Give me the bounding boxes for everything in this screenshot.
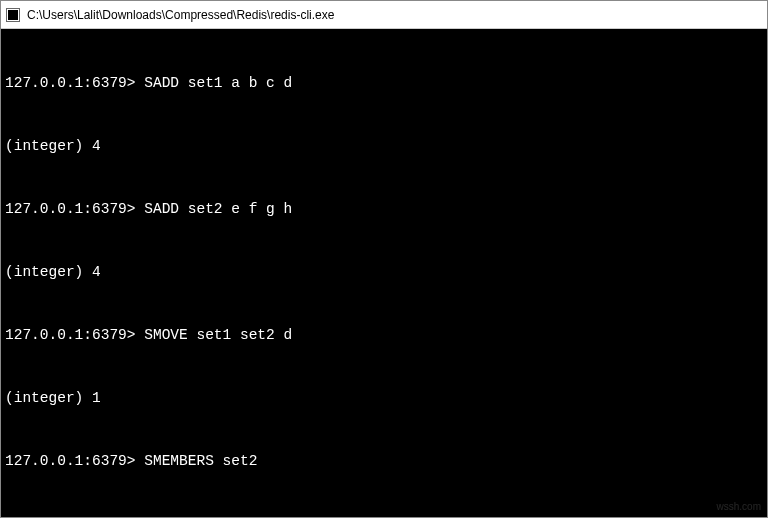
terminal-line: 127.0.0.1:6379> SADD set1 a b c d — [5, 73, 763, 94]
terminal-line: 127.0.0.1:6379> SMEMBERS set2 — [5, 451, 763, 472]
terminal-line: 127.0.0.1:6379> SMOVE set1 set2 d — [5, 325, 763, 346]
app-icon — [5, 7, 21, 23]
terminal-line: (integer) 1 — [5, 388, 763, 409]
watermark: wssh.com — [717, 500, 761, 515]
window-title: C:\Users\Lalit\Downloads\Compressed\Redi… — [27, 8, 334, 22]
console-window: C:\Users\Lalit\Downloads\Compressed\Redi… — [0, 0, 768, 518]
terminal-line: (integer) 4 — [5, 136, 763, 157]
terminal-line: (integer) 4 — [5, 262, 763, 283]
titlebar[interactable]: C:\Users\Lalit\Downloads\Compressed\Redi… — [1, 1, 767, 29]
terminal-line: 1) "h" — [5, 514, 763, 517]
terminal-line: 127.0.0.1:6379> SADD set2 e f g h — [5, 199, 763, 220]
svg-rect-1 — [8, 10, 18, 20]
terminal-output[interactable]: 127.0.0.1:6379> SADD set1 a b c d (integ… — [1, 29, 767, 517]
